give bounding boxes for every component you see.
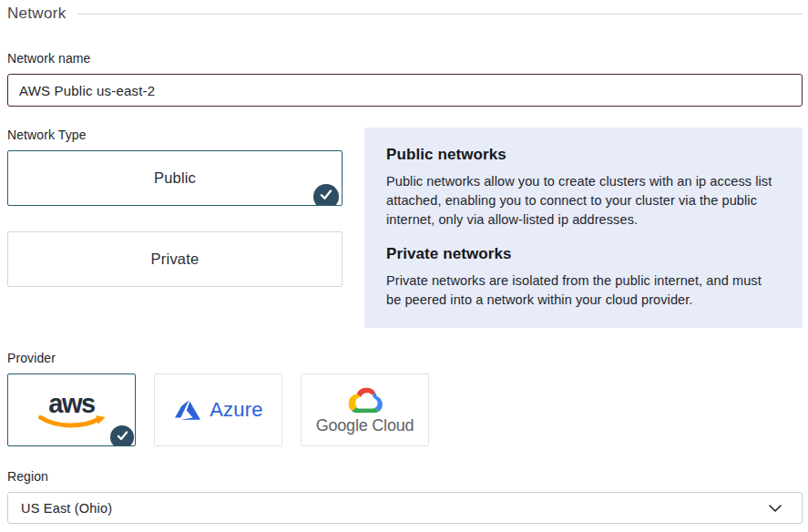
provider-section: Provider aws xyxy=(7,351,803,446)
aws-logo-icon: aws xyxy=(35,393,109,429)
info-heading-private: Private networks xyxy=(386,245,775,263)
region-selected-value: US East (Ohio) xyxy=(21,501,112,516)
network-type-option-public[interactable]: Public xyxy=(7,150,343,206)
google-cloud-wordmark: Google Cloud xyxy=(316,416,414,435)
aws-wordmark: aws xyxy=(48,393,94,415)
azure-mark-icon xyxy=(173,397,202,423)
network-name-label: Network name xyxy=(7,51,803,66)
info-body-private: Private networks are isolated from the p… xyxy=(386,271,775,310)
region-select[interactable]: US East (Ohio) xyxy=(7,492,803,524)
info-body-public: Public networks allow you to create clus… xyxy=(386,172,775,230)
info-heading-public: Public networks xyxy=(386,146,775,164)
provider-label: Provider xyxy=(7,351,803,365)
section-header: Network xyxy=(7,5,803,23)
network-name-field: Network name xyxy=(7,51,803,107)
network-type-option-private[interactable]: Private xyxy=(7,231,343,287)
section-divider xyxy=(77,14,803,15)
azure-wordmark: Azure xyxy=(210,398,262,422)
network-type-info-panel: Public networks Public networks allow yo… xyxy=(364,128,803,328)
google-cloud-mark-icon xyxy=(346,385,384,414)
region-section: Region US East (Ohio) xyxy=(7,469,803,524)
page-title: Network xyxy=(7,5,66,23)
aws-swoosh-icon xyxy=(35,415,109,429)
check-icon xyxy=(110,425,134,446)
provider-option-aws[interactable]: aws xyxy=(7,373,136,446)
network-type-options: Network Type Public Private xyxy=(7,128,343,328)
network-type-option-label: Public xyxy=(154,169,196,187)
network-type-option-label: Private xyxy=(151,251,199,268)
provider-option-google-cloud[interactable]: Google Cloud xyxy=(301,373,429,446)
google-cloud-logo-icon: Google Cloud xyxy=(316,385,414,435)
region-label: Region xyxy=(7,469,803,484)
azure-logo-icon: Azure xyxy=(173,397,262,423)
provider-option-azure[interactable]: Azure xyxy=(154,373,282,446)
network-name-input[interactable] xyxy=(7,74,803,107)
provider-options: aws Azure xyxy=(7,373,803,446)
network-type-section: Network Type Public Private Public netwo… xyxy=(7,128,803,328)
network-type-label: Network Type xyxy=(7,128,343,142)
network-form: Network Network name Network Type Public… xyxy=(0,0,808,524)
check-icon xyxy=(313,184,339,206)
chevron-down-icon xyxy=(769,505,782,512)
